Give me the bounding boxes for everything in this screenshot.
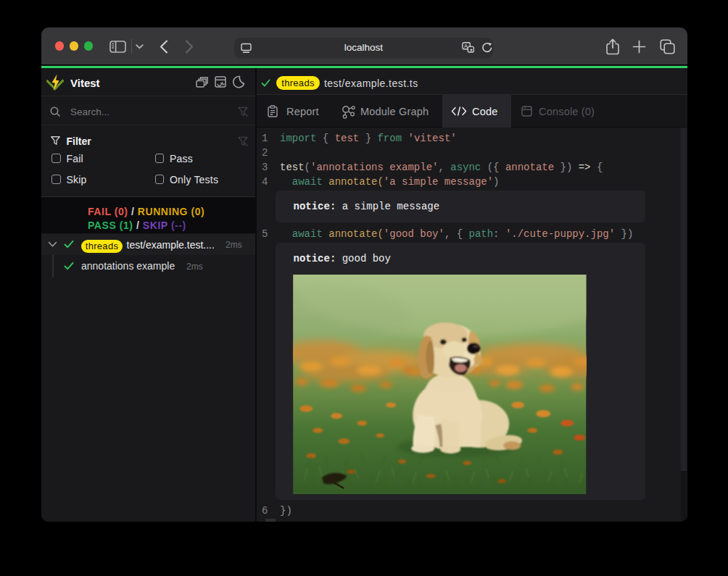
svg-text:A: A [464,43,468,49]
svg-text:★: ★ [469,48,473,52]
